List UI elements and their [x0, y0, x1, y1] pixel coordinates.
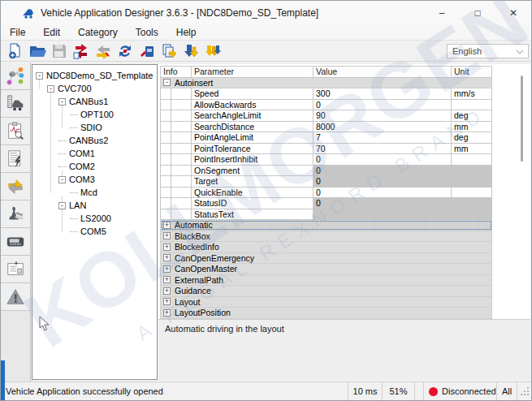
tree-item-com2[interactable]: COM2	[32, 160, 157, 173]
tree-expander[interactable]: -	[47, 85, 54, 93]
param-row-target: Target0	[161, 176, 492, 188]
group-label: Automatic	[175, 220, 213, 230]
tree-connector	[70, 127, 78, 128]
tree-expander[interactable]: -	[58, 98, 66, 106]
param-name: AllowBackwards	[192, 99, 314, 110]
vehicle-measure-button[interactable]	[1, 90, 30, 118]
workspace: -NDC8Demo_SD_Template -CVC700 -CANBus1 O…	[1, 63, 531, 382]
param-value[interactable]: 300	[314, 88, 452, 100]
license-button[interactable]	[1, 256, 30, 283]
group-label: LayoutPosition	[175, 308, 231, 317]
param-value[interactable]: 70	[314, 143, 452, 154]
resize-grip[interactable]	[517, 382, 531, 400]
param-value[interactable]: 0	[314, 154, 452, 166]
tree-item-com3[interactable]: -COM3	[32, 173, 157, 186]
param-unit: deg	[452, 132, 492, 144]
tree-item-opt100[interactable]: OPT100	[32, 108, 157, 121]
maximize-button[interactable]: □	[460, 1, 495, 25]
import-config-button[interactable]	[70, 41, 92, 61]
tree-item-com5[interactable]: COM5	[32, 225, 157, 238]
menu-edit[interactable]: Edit	[34, 25, 69, 40]
tree-item-label: CANBus2	[69, 136, 108, 145]
tree-item-canbus1[interactable]: -CANBus1	[32, 95, 157, 108]
copy-download-button[interactable]	[158, 41, 179, 61]
diagnostics-icon	[6, 122, 25, 141]
group-expander[interactable]: +	[163, 287, 171, 295]
param-value[interactable]: 90	[314, 110, 452, 122]
chevron-down-icon	[516, 50, 524, 54]
tree-item-sdio[interactable]: SDIO	[32, 121, 157, 134]
tree-item-root[interactable]: -NDC8Demo_SD_Template	[32, 69, 157, 82]
group-row-canopenmaster[interactable]: +CanOpenMaster	[161, 264, 492, 275]
minimize-button[interactable]: –	[424, 1, 460, 25]
tree-item-com1[interactable]: COM1	[32, 147, 157, 160]
download-button[interactable]	[179, 41, 201, 61]
group-row-canopenemergency[interactable]: +CanOpenEmergency	[161, 252, 492, 264]
tree-connector	[70, 231, 78, 232]
param-row-pointinsertinhibit: PointInsertInhibit0	[161, 154, 492, 166]
diagnostics-button[interactable]	[1, 118, 30, 145]
event-log-button[interactable]	[1, 145, 30, 173]
tree-item-lan[interactable]: -LAN	[32, 199, 157, 212]
group-expander[interactable]: +	[163, 309, 171, 317]
menu-file[interactable]: File	[1, 25, 34, 40]
param-value[interactable]: 8000	[314, 121, 452, 132]
param-row-onsegment: OnSegment0	[161, 165, 492, 176]
menu-tools[interactable]: Tools	[127, 25, 167, 40]
open-button[interactable]	[26, 41, 48, 61]
param-name: PointAngleLimit	[192, 132, 314, 144]
tree-item-label: COM2	[69, 162, 95, 171]
param-unit	[452, 154, 492, 166]
group-row-blockedinfo[interactable]: +BlockedInfo	[161, 242, 492, 253]
param-value: 0	[314, 176, 452, 188]
vertical-scrollbar[interactable]	[521, 75, 523, 162]
group-expander[interactable]: +	[163, 276, 171, 283]
sync-button[interactable]	[114, 41, 136, 61]
wizard-button[interactable]	[1, 200, 30, 228]
param-value[interactable]: 0	[314, 99, 452, 110]
download-multi-button[interactable]	[201, 41, 223, 61]
language-select[interactable]: English	[447, 44, 529, 58]
group-row-autoinsert[interactable]: -Autoinsert	[161, 77, 492, 88]
save-button[interactable]	[48, 41, 70, 61]
tree-expander[interactable]: -	[58, 176, 66, 183]
param-value[interactable]: 7	[314, 132, 452, 144]
param-value[interactable]: 0	[314, 187, 452, 198]
group-row-layout[interactable]: +Layout	[161, 296, 492, 308]
new-file-button[interactable]	[4, 41, 26, 61]
warnings-button[interactable]	[1, 283, 30, 311]
tree-item-canbus2[interactable]: CANBus2	[32, 134, 157, 147]
status-spare-cell	[414, 382, 423, 400]
group-row-guidance[interactable]: +Guidance	[161, 286, 492, 297]
group-expander[interactable]: +	[163, 265, 171, 273]
menu-help[interactable]: Help	[167, 25, 205, 40]
param-name: QuickEnable	[192, 187, 314, 198]
group-row-layoutposition[interactable]: +LayoutPosition	[161, 308, 492, 319]
tree-item-ls2000[interactable]: LS2000	[32, 212, 157, 225]
param-unit	[452, 99, 492, 110]
tree-expander[interactable]: -	[58, 202, 66, 209]
transfer-tool-button[interactable]	[136, 41, 158, 61]
group-expander[interactable]: +	[163, 244, 171, 251]
group-row-blackbox[interactable]: +BlackBox	[161, 231, 492, 242]
tree-item-label: CANBus1	[69, 97, 108, 106]
group-expander[interactable]: +	[163, 254, 171, 261]
menu-category[interactable]: Category	[69, 25, 127, 40]
project-structure-button[interactable]	[1, 63, 30, 90]
group-expander[interactable]: -	[163, 79, 171, 86]
operator-panel-button[interactable]	[1, 228, 30, 256]
param-row-pointtolerance: PointTolerance70mm	[161, 143, 492, 154]
transfer-button[interactable]	[1, 173, 30, 200]
tree-item-mcd[interactable]: Mcd	[32, 186, 157, 199]
param-unit	[452, 209, 492, 220]
connection-label: Disconnected	[442, 386, 496, 396]
tree-expander[interactable]: -	[36, 72, 43, 80]
export-config-button[interactable]	[92, 41, 114, 61]
group-expander[interactable]: +	[163, 232, 171, 239]
close-button[interactable]: ✕	[495, 1, 531, 25]
group-row-automatic[interactable]: +Automatic	[161, 220, 492, 231]
tree-item-cvc700[interactable]: -CVC700	[32, 82, 157, 95]
group-row-externalpath[interactable]: +ExternalPath	[161, 274, 492, 286]
group-expander[interactable]: +	[163, 298, 171, 305]
group-expander[interactable]: +	[163, 222, 171, 229]
